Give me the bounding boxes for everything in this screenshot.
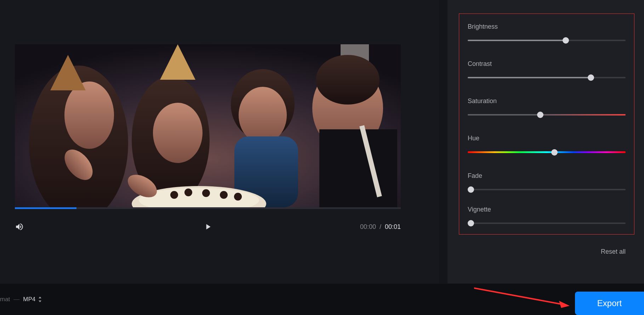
vignette-group: Vignette [468, 206, 626, 224]
fade-slider[interactable] [468, 189, 626, 190]
contrast-label: Contrast [468, 60, 626, 68]
hue-thumb[interactable] [551, 149, 558, 156]
hue-group: Hue [468, 135, 626, 153]
time-display: 00:00 / 00:01 [360, 223, 401, 231]
saturation-thumb[interactable] [537, 112, 543, 118]
format-value[interactable]: MP4 [23, 296, 42, 303]
svg-point-18 [202, 189, 210, 197]
contrast-thumb[interactable] [588, 74, 594, 81]
reset-all-button[interactable]: Reset all [601, 248, 626, 255]
hue-slider[interactable] [468, 151, 626, 153]
svg-point-6 [153, 103, 203, 163]
svg-point-9 [239, 87, 287, 144]
updown-icon [38, 297, 42, 302]
fade-label: Fade [468, 172, 626, 180]
format-value-text: MP4 [23, 296, 35, 303]
svg-point-17 [184, 189, 192, 196]
video-preview[interactable] [15, 44, 401, 207]
total-time: 00:01 [385, 223, 401, 230]
svg-point-3 [64, 81, 114, 149]
hue-label: Hue [468, 135, 626, 142]
format-label: mat [0, 296, 10, 303]
saturation-label: Saturation [468, 97, 626, 105]
svg-rect-13 [319, 129, 397, 207]
svg-point-19 [220, 191, 228, 199]
volume-icon[interactable] [15, 222, 24, 231]
svg-point-12 [316, 55, 380, 105]
vignette-slider[interactable] [468, 223, 626, 224]
format-dash: — [13, 296, 19, 303]
svg-point-20 [234, 193, 242, 201]
video-frame-placeholder [15, 44, 401, 207]
vignette-label: Vignette [468, 206, 626, 213]
brightness-group: Brightness [468, 23, 626, 41]
fade-thumb[interactable] [468, 186, 474, 193]
contrast-slider[interactable] [468, 77, 626, 78]
contrast-fill [468, 77, 591, 78]
video-preview-area: 00:00 / 00:01 [0, 0, 439, 283]
adjustments-sidebar: Brightness Contrast Saturation Hue [448, 0, 644, 283]
brightness-fill [468, 40, 566, 41]
video-progress-bar[interactable] [15, 207, 401, 209]
contrast-group: Contrast [468, 60, 626, 78]
vignette-thumb[interactable] [468, 220, 474, 226]
saturation-group: Saturation [468, 97, 626, 116]
adjustments-panel: Brightness Contrast Saturation Hue [459, 13, 634, 235]
time-separator: / [378, 223, 385, 230]
svg-point-16 [170, 191, 178, 199]
saturation-slider[interactable] [468, 114, 626, 116]
current-time: 00:00 [360, 223, 376, 230]
brightness-slider[interactable] [468, 40, 626, 41]
format-selector[interactable]: mat — MP4 [0, 296, 42, 303]
brightness-label: Brightness [468, 23, 626, 30]
play-icon[interactable] [203, 221, 212, 232]
brightness-thumb[interactable] [563, 37, 569, 44]
player-controls: 00:00 / 00:01 [15, 220, 401, 234]
saturation-fill [468, 114, 626, 116]
bottom-bar: mat — MP4 [0, 284, 644, 315]
export-button[interactable]: Export [575, 292, 644, 315]
fade-group: Fade [468, 172, 626, 190]
video-progress-fill [15, 207, 76, 209]
